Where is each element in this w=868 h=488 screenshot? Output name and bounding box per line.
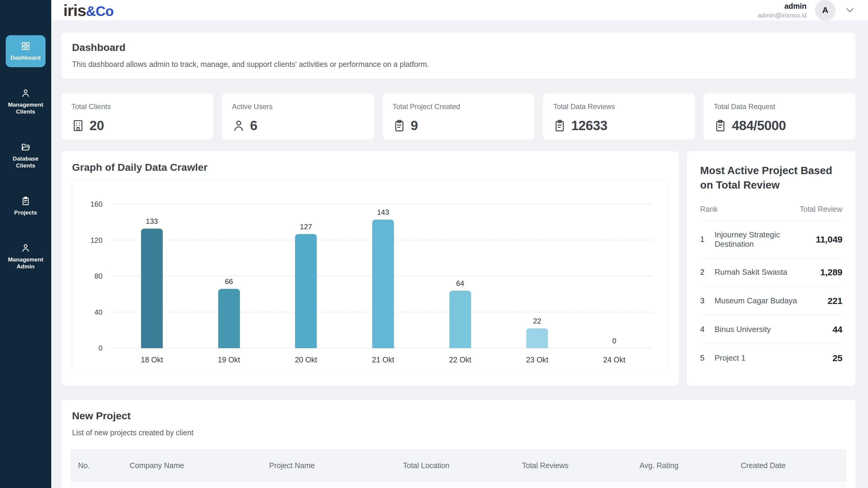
rank-row-1[interactable]: 1Injourney Strategic Destination11,049 xyxy=(700,221,842,258)
folder-open-icon xyxy=(21,142,30,152)
x-tick-label: 18 Okt xyxy=(113,355,190,364)
rank-project-name: Project 1 xyxy=(715,353,832,363)
chevron-down-icon[interactable] xyxy=(844,4,856,16)
sidebar: DashboardManagement ClientsDatabase Clie… xyxy=(0,0,51,488)
bar-chart-plot: 04080120160 1336612714364220 xyxy=(113,204,653,348)
rank-number: 2 xyxy=(700,267,715,277)
app-root: DashboardManagement ClientsDatabase Clie… xyxy=(0,0,868,488)
x-tick-label: 23 Okt xyxy=(499,355,576,364)
chart-x-axis: 18 Okt19 Okt20 Okt21 Okt22 Okt23 Okt24 O… xyxy=(113,355,653,364)
column-header-company-name: Company Name xyxy=(122,461,261,470)
sidebar-item-dashboard[interactable]: Dashboard xyxy=(6,35,45,67)
brand-name-secondary: &Co xyxy=(86,3,114,19)
mid-row: Graph of Daily Data Crawler 04080120160 … xyxy=(61,151,856,386)
bar-18-okt[interactable] xyxy=(141,229,163,348)
stat-value-row: 484/5000 xyxy=(714,118,845,133)
clipboard-icon xyxy=(393,119,406,132)
bar-value-label: 0 xyxy=(612,337,616,345)
person-icon xyxy=(21,88,30,98)
stat-label: Total Clients xyxy=(71,102,203,111)
bar-column-23-okt: 22 xyxy=(499,204,576,348)
x-tick-label: 22 Okt xyxy=(422,355,499,364)
bar-19-okt[interactable] xyxy=(218,289,240,348)
building-icon xyxy=(71,119,85,132)
new-project-head: New Project List of new projects created… xyxy=(61,410,856,437)
bar-column-24-okt: 0 xyxy=(576,204,653,348)
daily-crawler-chart-card: Graph of Daily Data Crawler 04080120160 … xyxy=(61,151,679,386)
rank-project-name: Rumah Sakit Swasta xyxy=(715,267,820,277)
new-project-card: New Project List of new projects created… xyxy=(61,399,856,488)
avatar[interactable]: A xyxy=(815,0,835,21)
stat-card-total-data-request: Total Data Request484/5000 xyxy=(703,93,856,140)
bar-value-label: 143 xyxy=(377,208,389,217)
rank-rows: 1Injourney Strategic Destination11,0492R… xyxy=(700,221,842,372)
stat-label: Total Data Request xyxy=(714,102,845,111)
brand-name-primary: iris xyxy=(63,1,86,20)
sidebar-item-projects[interactable]: Projects xyxy=(6,190,45,222)
bar-value-label: 133 xyxy=(146,217,158,226)
bar-column-18-okt: 133 xyxy=(113,204,190,348)
most-active-project-card: Most Active Project Based on Total Revie… xyxy=(687,151,856,386)
x-tick-label: 20 Okt xyxy=(267,355,344,364)
clipboard-icon xyxy=(714,119,727,132)
sidebar-item-management-clients[interactable]: Management Clients xyxy=(6,82,45,121)
bar-column-20-okt: 127 xyxy=(267,204,344,348)
bar-column-19-okt: 66 xyxy=(190,204,268,348)
y-tick-label: 160 xyxy=(90,200,102,208)
bar-column-21-okt: 143 xyxy=(344,204,422,348)
rank-project-name: Binus University xyxy=(715,325,832,334)
column-header-project-name: Project Name xyxy=(261,461,395,470)
column-header-avg-rating: Avg. Rating xyxy=(632,461,733,470)
clipboard-icon xyxy=(21,196,30,206)
stat-value-row: 12633 xyxy=(553,118,685,133)
rank-row-5[interactable]: 5Project 125 xyxy=(700,344,842,372)
chart-panel: 04080120160 1336612714364220 18 Okt19 Ok… xyxy=(72,180,668,374)
rank-row-2[interactable]: 2Rumah Sakit Swasta1,289 xyxy=(700,258,842,287)
y-tick-label: 80 xyxy=(94,272,102,281)
table-header-row: No.Company NameProject NameTotal Locatio… xyxy=(70,449,846,482)
rank-number: 5 xyxy=(700,353,715,363)
bar-22-okt[interactable] xyxy=(450,291,471,348)
rank-project-name: Injourney Strategic Destination xyxy=(715,230,816,249)
clipboard-icon xyxy=(553,119,566,132)
bar-23-okt[interactable] xyxy=(526,328,548,348)
main-area: iris&Co admin admin@irisnco.id A Dashboa… xyxy=(51,0,868,488)
table-row[interactable]: 1PenakitaKODIM JAKARTA523.8★Oct 23, 2025 xyxy=(70,482,846,488)
rank-number: 4 xyxy=(700,325,715,334)
rank-total-review: 44 xyxy=(832,324,842,335)
stat-value: 6 xyxy=(250,118,257,133)
person-icon xyxy=(21,243,30,253)
user-menu[interactable]: admin admin@irisnco.id A xyxy=(758,0,856,21)
rank-row-4[interactable]: 4Binus University44 xyxy=(700,315,842,344)
bar-21-okt[interactable] xyxy=(372,220,394,348)
x-tick-label: 24 Okt xyxy=(576,355,653,364)
sidebar-item-database-clients[interactable]: Database Clients xyxy=(6,136,45,175)
user-name: admin xyxy=(758,2,807,10)
bar-20-okt[interactable] xyxy=(295,234,317,348)
column-header-created-date: Created Date xyxy=(733,461,846,470)
column-header-total-location: Total Location xyxy=(395,461,514,470)
y-tick-label: 40 xyxy=(94,308,102,317)
stat-card-total-data-reviews: Total Data Reviews12633 xyxy=(542,93,695,140)
stat-value-row: 6 xyxy=(232,118,364,133)
rank-row-3[interactable]: 3Museum Cagar Budaya221 xyxy=(700,287,842,315)
stat-label: Total Project Created xyxy=(393,102,524,111)
sidebar-item-management-admin[interactable]: Management Admin xyxy=(6,237,45,276)
page-head-card: Dashboard This dashboard allows admin to… xyxy=(61,32,856,79)
person-icon xyxy=(232,119,245,132)
new-project-title: New Project xyxy=(72,410,845,422)
user-meta: admin admin@irisnco.id xyxy=(758,2,807,19)
sidebar-nav: DashboardManagement ClientsDatabase Clie… xyxy=(0,35,51,276)
rank-total-review: 221 xyxy=(828,296,842,306)
page-content: Dashboard This dashboard allows admin to… xyxy=(51,21,868,488)
bar-column-22-okt: 64 xyxy=(422,204,499,348)
brand-logo[interactable]: iris&Co xyxy=(63,1,114,20)
sidebar-item-label: Management Clients xyxy=(7,101,44,115)
rank-number: 1 xyxy=(700,235,715,244)
stat-value: 9 xyxy=(411,118,418,133)
sidebar-item-label: Database Clients xyxy=(7,156,44,169)
new-project-table: No.Company NameProject NameTotal Locatio… xyxy=(70,449,846,488)
x-tick-label: 21 Okt xyxy=(344,355,422,364)
most-active-title: Most Active Project Based on Total Revie… xyxy=(700,163,842,192)
stat-card-active-users: Active Users6 xyxy=(221,93,374,140)
